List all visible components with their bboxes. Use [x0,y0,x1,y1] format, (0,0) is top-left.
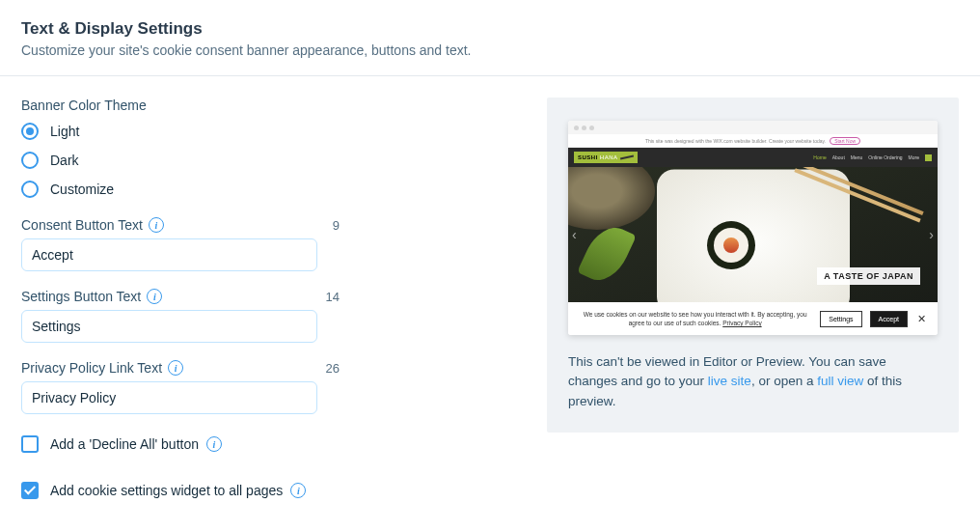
checkbox-icon [21,435,39,453]
radio-icon [21,181,39,198]
live-site-link[interactable]: live site [708,374,751,388]
info-icon[interactable]: i [147,289,162,304]
preview-note: This can't be viewed in Editor or Previe… [568,352,938,411]
bowl-graphic [568,167,655,230]
site-nav: Home About Menu Online Ordering More [813,154,932,161]
nav-more[interactable]: More [909,154,919,160]
settings-field-label: Settings Button Text i [21,289,162,304]
wix-banner: This site was designed with the WIX.com … [568,134,938,148]
filling-graphic [723,238,739,253]
radio-label: Dark [50,153,79,168]
page-subtitle: Customize your site's cookie consent ban… [21,42,959,58]
settings-form: Banner Color Theme Light Dark Customize [21,98,340,499]
info-icon[interactable]: i [149,217,164,233]
window-dot-icon [574,126,579,130]
start-now-button[interactable]: Start Now [830,137,860,145]
chopstick-icon [619,155,633,160]
settings-input[interactable] [21,310,317,343]
nav-about[interactable]: About [832,154,845,160]
privacy-input[interactable] [21,381,317,414]
label-text: Consent Button Text [21,217,143,233]
cookie-settings-button[interactable]: Settings [820,311,861,327]
label-text: Privacy Policy Link Text [21,360,162,376]
checkbox-label: Add a 'Decline All' button i [50,436,222,452]
note-text: , or open a [751,374,817,388]
close-icon[interactable]: ✕ [915,313,928,325]
checkbox-icon [21,482,39,499]
brand-text-b: HANA [600,154,618,160]
site-header: SUSHI HANA Home About Menu Online Orderi… [568,148,938,167]
label-text: Add cookie settings widget to all pages [50,483,283,498]
theme-option-dark[interactable]: Dark [21,152,340,169]
radio-icon [21,152,39,169]
cookie-text-body: We use cookies on our website to see how… [584,311,807,326]
label-text: Settings Button Text [21,289,141,304]
window-dot-icon [582,126,586,130]
rice-graphic [714,228,749,263]
full-view-link[interactable]: full view [817,374,863,388]
hero-image: ‹ › A TASTE OF JAPAN [568,167,938,302]
cookie-banner: We use cookies on our website to see how… [568,302,938,335]
browser-titlebar [568,121,938,134]
decline-checkbox-row[interactable]: Add a 'Decline All' button i [21,435,340,453]
wix-banner-text: This site was designed with the WIX.com … [645,138,826,144]
leaf-graphic [577,219,637,288]
cookie-privacy-link[interactable]: Privacy Policy [722,320,761,326]
carousel-next-icon[interactable]: › [929,227,934,242]
consent-input[interactable] [21,238,317,271]
page-title: Text & Display Settings [21,19,959,39]
consent-field-label: Consent Button Text i [21,217,164,233]
info-icon[interactable]: i [168,360,183,376]
brand-text-a: SUSHI [578,154,598,160]
sushi-graphic [707,221,755,269]
nav-order[interactable]: Online Ordering [868,154,902,160]
radio-label: Light [50,124,79,139]
nav-menu[interactable]: Menu [851,154,863,160]
window-dot-icon [589,126,594,130]
settings-char-count: 14 [326,290,340,304]
info-icon[interactable]: i [290,483,306,498]
checkbox-label: Add cookie settings widget to all pages … [50,483,306,498]
cart-icon[interactable] [925,154,932,161]
privacy-char-count: 26 [326,361,340,376]
cookie-banner-text: We use cookies on our website to see how… [578,310,812,327]
hero-caption: A TASTE OF JAPAN [817,267,920,285]
nav-home[interactable]: Home [813,154,826,160]
info-icon[interactable]: i [206,436,222,452]
theme-radio-group: Light Dark Customize [21,123,340,198]
theme-label: Banner Color Theme [21,98,340,113]
radio-label: Customize [50,182,114,197]
privacy-field-label: Privacy Policy Link Text i [21,360,183,376]
radio-icon [21,123,39,140]
label-text: Add a 'Decline All' button [50,436,199,452]
site-logo: SUSHI HANA [574,152,638,163]
divider [0,75,980,76]
carousel-prev-icon[interactable]: ‹ [572,227,577,242]
preview-browser: This site was designed with the WIX.com … [568,121,938,335]
theme-option-light[interactable]: Light [21,123,340,140]
cookie-accept-button[interactable]: Accept [870,311,908,327]
consent-char-count: 9 [333,218,340,233]
widget-checkbox-row[interactable]: Add cookie settings widget to all pages … [21,482,340,499]
theme-option-customize[interactable]: Customize [21,181,340,198]
preview-panel: This site was designed with the WIX.com … [547,98,959,433]
